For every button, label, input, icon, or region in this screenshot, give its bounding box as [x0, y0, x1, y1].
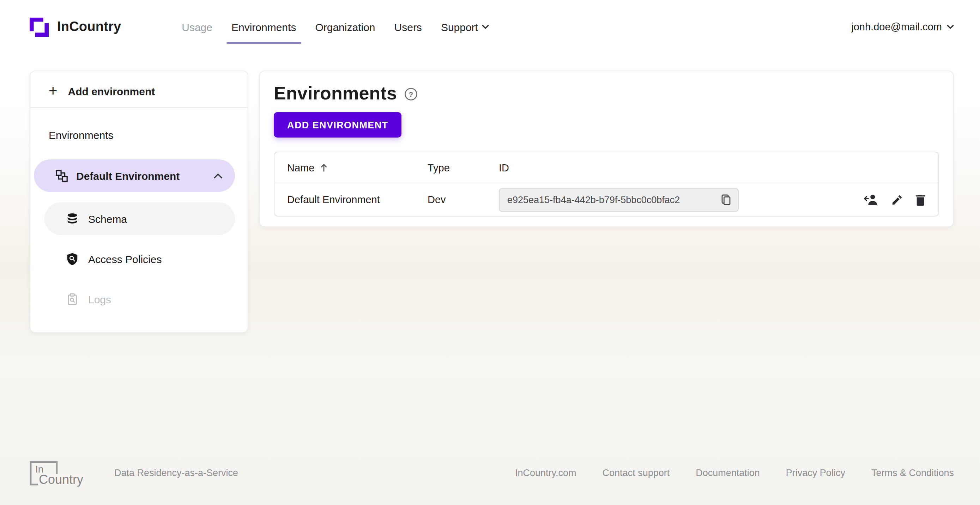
environments-sidebar: + Add environment Environments Default E… — [30, 70, 248, 333]
nav-environments[interactable]: Environments — [231, 17, 296, 37]
account-email: jonh.doe@mail.com — [851, 21, 942, 32]
sidebar-item-schema[interactable]: Schema — [45, 202, 235, 235]
incountry-logo-icon — [30, 17, 49, 37]
sidebar-item-label: Default Environment — [76, 170, 180, 182]
add-environment-label: Add environment — [68, 85, 155, 97]
hierarchy-icon — [55, 169, 68, 182]
sidebar-item-access-policies[interactable]: Access Policies — [45, 243, 235, 275]
sort-ascending-icon — [319, 163, 328, 172]
copy-icon[interactable] — [721, 194, 732, 206]
impersonate-user-icon[interactable] — [863, 193, 879, 206]
column-header-name[interactable]: Name — [287, 162, 428, 173]
top-navigation-bar: InCountry Usage Environments Organizatio… — [0, 0, 980, 54]
brand[interactable]: InCountry — [30, 17, 121, 37]
cell-environment-type: Dev — [428, 194, 499, 205]
row-actions — [863, 193, 926, 206]
nav-organization[interactable]: Organization — [315, 17, 375, 37]
sidebar-item-label: Schema — [88, 213, 127, 225]
page-title-row: Environments ? — [274, 83, 939, 104]
plus-icon: + — [49, 85, 57, 96]
table-header-row: Name Type ID — [274, 152, 939, 183]
page-title: Environments — [274, 83, 397, 104]
sidebar-item-default-environment[interactable]: Default Environment — [34, 159, 235, 192]
column-header-label: Name — [287, 162, 314, 173]
environment-id-field[interactable]: e925ea15-fb4a-442b-b79f-5bbc0c0bfac2 — [499, 188, 739, 211]
footer-link-contact-support[interactable]: Contact support — [603, 467, 670, 478]
cell-environment-name: Default Environment — [287, 194, 428, 205]
brand-name: InCountry — [57, 19, 121, 35]
edit-icon[interactable] — [891, 194, 903, 206]
table-row: Default Environment Dev e925ea15-fb4a-44… — [274, 183, 939, 216]
sidebar-item-label: Logs — [88, 293, 111, 305]
svg-text:?: ? — [409, 90, 413, 98]
svg-text:Country: Country — [39, 472, 83, 487]
sidebar-item-logs[interactable]: Logs — [45, 283, 235, 315]
column-header-id[interactable]: ID — [499, 162, 926, 173]
footer-link-documentation[interactable]: Documentation — [696, 467, 760, 478]
environments-panel: Environments ? ADD ENVIRONMENT Name — [259, 70, 954, 227]
footer-link-privacy-policy[interactable]: Privacy Policy — [786, 467, 845, 478]
chevron-up-icon[interactable] — [214, 173, 222, 178]
cell-environment-id: e925ea15-fb4a-442b-b79f-5bbc0c0bfac2 — [499, 188, 926, 211]
environment-id-value: e925ea15-fb4a-442b-b79f-5bbc0c0bfac2 — [507, 194, 680, 205]
column-header-type[interactable]: Type — [428, 162, 499, 173]
add-environment-button[interactable]: ADD ENVIRONMENT — [274, 112, 402, 138]
shield-search-icon — [65, 252, 79, 265]
add-environment-link[interactable]: + Add environment — [30, 71, 248, 107]
incountry-outline-logo-icon: In Country — [30, 456, 88, 489]
help-icon[interactable]: ? — [404, 87, 417, 101]
database-icon — [65, 212, 79, 226]
nav-support[interactable]: Support — [441, 17, 489, 37]
environments-table: Name Type ID Default Environment Dev e92… — [274, 152, 939, 216]
footer-links: InCountry.com Contact support Documentat… — [515, 467, 954, 478]
account-menu[interactable]: jonh.doe@mail.com — [851, 21, 954, 32]
footer-link-incountry[interactable]: InCountry.com — [515, 467, 576, 478]
nav-support-label: Support — [441, 21, 478, 33]
page-footer: In Country Data Residency-as-a-Service I… — [30, 449, 954, 497]
chevron-down-icon — [482, 25, 489, 29]
delete-icon[interactable] — [915, 194, 926, 206]
nav-usage[interactable]: Usage — [182, 17, 212, 37]
nav-users[interactable]: Users — [395, 17, 422, 37]
primary-nav: Usage Environments Organization Users Su… — [182, 17, 489, 37]
sidebar-section-title: Environments — [30, 108, 248, 141]
clipboard-search-icon — [65, 292, 79, 306]
sidebar-item-label: Access Policies — [88, 253, 162, 265]
app-root: InCountry Usage Environments Organizatio… — [0, 0, 980, 505]
footer-tagline: Data Residency-as-a-Service — [114, 467, 238, 478]
chevron-down-icon — [947, 25, 954, 29]
footer-link-terms[interactable]: Terms & Conditions — [871, 467, 954, 478]
